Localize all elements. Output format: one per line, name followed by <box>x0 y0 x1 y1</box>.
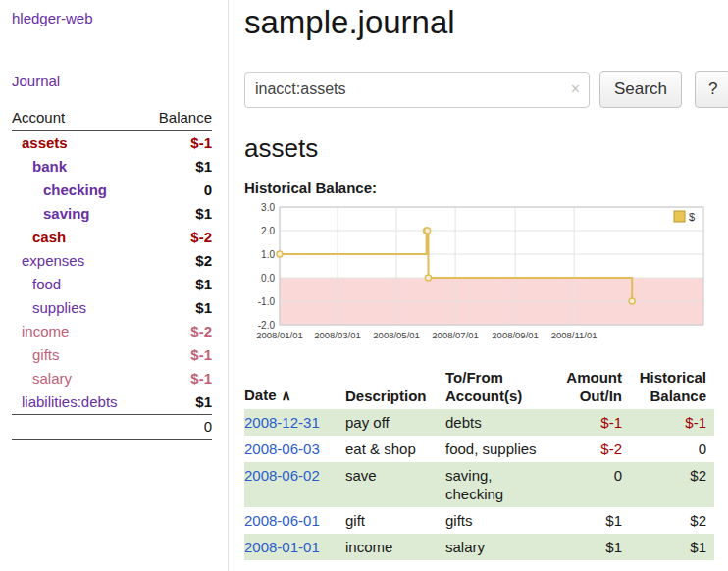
accounts-header-account: Account <box>12 107 145 131</box>
column-header-historical-balance: Historical Balance <box>630 366 714 409</box>
account-row: income$-2 <box>12 320 212 343</box>
transaction-row: 2008-06-02savesaving, checking0$2 <box>244 462 714 507</box>
account-balance: $-1 <box>145 367 212 390</box>
svg-text:2008/07/01: 2008/07/01 <box>432 330 479 340</box>
sort-ascending-icon: ∧ <box>282 388 291 403</box>
chart-title: Historical Balance: <box>244 180 728 196</box>
transaction-date-cell: 2008-06-03 <box>244 436 338 462</box>
transaction-date-cell: 2008-06-02 <box>244 462 338 507</box>
transaction-description: income <box>338 534 438 560</box>
account-row: assets$-1 <box>12 131 212 156</box>
account-name-cell: food <box>12 273 145 296</box>
svg-text:1.0: 1.0 <box>261 249 275 260</box>
account-row: saving$1 <box>12 202 212 226</box>
account-name-cell: cash <box>12 226 145 249</box>
account-row: liabilities:debts$1 <box>12 390 212 415</box>
account-balance: $2 <box>145 249 212 273</box>
transaction-row: 2008-06-03eat & shopfood, supplies$-20 <box>244 436 714 462</box>
account-row: bank$1 <box>12 155 212 179</box>
account-row: expenses$2 <box>12 249 212 273</box>
account-balance: $-1 <box>145 343 212 367</box>
account-name-cell: income <box>12 320 145 343</box>
column-header-label: Date <box>244 387 277 403</box>
account-link[interactable]: income <box>22 323 69 340</box>
account-link[interactable]: bank <box>32 158 67 176</box>
sidebar: hledger-web Journal Account Balance asse… <box>0 0 229 571</box>
svg-text:2008/11/01: 2008/11/01 <box>551 330 598 340</box>
transaction-balance: 0 <box>630 436 714 462</box>
help-button[interactable]: ? <box>695 71 728 108</box>
transaction-date-cell: 2008-12-31 <box>244 409 338 436</box>
account-link[interactable]: gifts <box>32 346 60 364</box>
main-content: sample.journal × Search ? assets Histori… <box>229 0 728 571</box>
transaction-accounts: salary <box>438 534 555 560</box>
transaction-date-link[interactable]: 2008-06-02 <box>244 467 320 484</box>
account-link[interactable]: cash <box>32 229 66 246</box>
account-name-cell: checking <box>12 179 145 202</box>
transaction-date-cell: 2008-01-01 <box>244 534 338 560</box>
transaction-amount: 0 <box>555 462 630 507</box>
account-balance: $1 <box>145 390 212 415</box>
svg-text:2008/05/01: 2008/05/01 <box>373 330 420 340</box>
transaction-date-link[interactable]: 2008-06-01 <box>244 512 320 529</box>
transaction-description: eat & shop <box>338 436 438 462</box>
transactions-table: Date∧DescriptionTo/From Account(s)Amount… <box>244 366 714 560</box>
search-button[interactable]: Search <box>599 71 682 108</box>
account-name-cell: expenses <box>12 249 145 273</box>
transaction-date-link[interactable]: 2008-01-01 <box>244 539 320 555</box>
transaction-accounts: saving, checking <box>438 462 555 507</box>
transaction-row: 2008-06-01giftgifts$1$2 <box>244 507 714 534</box>
app-title-link[interactable]: hledger-web <box>12 10 212 26</box>
transaction-balance: $1 <box>630 534 714 560</box>
account-balance: $-2 <box>145 320 212 343</box>
account-link[interactable]: checking <box>43 182 107 199</box>
account-name-cell: assets <box>12 131 145 156</box>
account-link[interactable]: liabilities:debts <box>22 393 118 411</box>
account-link[interactable]: assets <box>22 134 68 152</box>
transaction-amount: $-2 <box>555 436 630 462</box>
svg-text:3.0: 3.0 <box>261 202 275 213</box>
transactions-header-row: Date∧DescriptionTo/From Account(s)Amount… <box>244 366 714 409</box>
account-row: cash$-2 <box>12 226 212 249</box>
svg-text:2008/01/01: 2008/01/01 <box>256 330 303 340</box>
transaction-description: save <box>338 462 438 507</box>
transaction-date-cell: 2008-06-01 <box>244 507 338 534</box>
account-row: supplies$1 <box>12 296 212 320</box>
hledger-web-page: hledger-web Journal Account Balance asse… <box>0 0 728 571</box>
account-balance: $1 <box>145 296 212 320</box>
transaction-date-link[interactable]: 2008-12-31 <box>244 414 320 431</box>
transaction-balance: $2 <box>630 462 714 507</box>
svg-text:2.0: 2.0 <box>261 226 275 236</box>
account-name-cell: gifts <box>12 343 145 367</box>
transaction-accounts: gifts <box>438 507 555 534</box>
account-row: food$1 <box>12 273 212 296</box>
svg-text:2008/03/01: 2008/03/01 <box>314 330 361 340</box>
transaction-description: pay off <box>338 409 438 436</box>
accounts-total-row: 0 <box>12 415 212 440</box>
transaction-amount: $1 <box>555 534 630 560</box>
svg-text:-2.0: -2.0 <box>258 320 276 331</box>
svg-text:-1.0: -1.0 <box>258 296 276 307</box>
column-header-label: Amount Out/In <box>566 369 622 404</box>
clear-search-icon[interactable]: × <box>571 80 580 98</box>
account-name-cell: bank <box>12 155 145 179</box>
transaction-row: 2008-01-01incomesalary$1$1 <box>244 534 714 560</box>
transaction-description: gift <box>338 507 438 534</box>
column-header-date[interactable]: Date∧ <box>244 366 338 409</box>
column-header-to-from-account-s-: To/From Account(s) <box>438 366 555 409</box>
account-link[interactable]: food <box>32 276 61 293</box>
sidebar-item-journal[interactable]: Journal <box>12 73 212 89</box>
account-name-cell: salary <box>12 367 145 390</box>
account-heading: assets <box>244 133 728 164</box>
column-header-amount-out-in: Amount Out/In <box>555 366 630 409</box>
account-link[interactable]: expenses <box>22 252 84 270</box>
account-link[interactable]: saving <box>43 205 90 223</box>
search-input[interactable] <box>244 72 590 108</box>
transaction-date-link[interactable]: 2008-06-03 <box>244 441 320 457</box>
account-link[interactable]: salary <box>32 370 72 388</box>
account-link[interactable]: supplies <box>32 299 86 317</box>
svg-text:0.0: 0.0 <box>261 273 275 284</box>
account-row: gifts$-1 <box>12 343 212 367</box>
account-balance: $1 <box>145 155 212 179</box>
transaction-amount: $-1 <box>555 409 630 436</box>
